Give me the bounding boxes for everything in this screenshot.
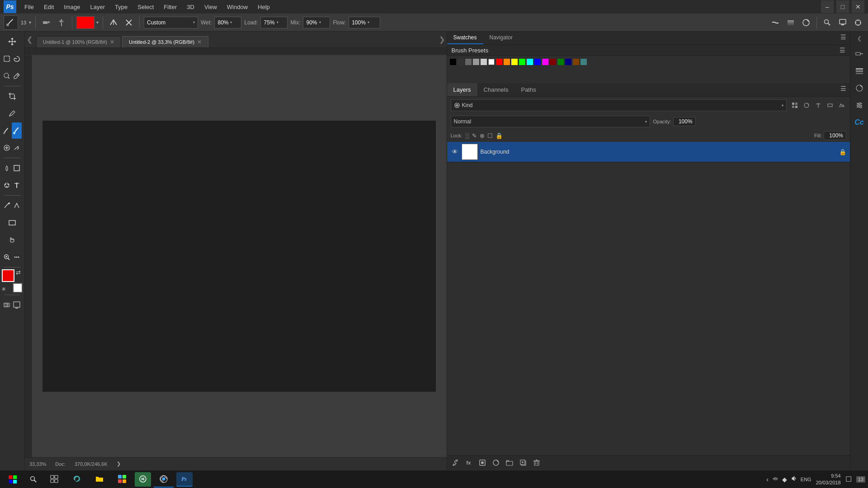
tab-navigator[interactable]: Navigator: [483, 32, 519, 44]
brush-dropdown-arrow[interactable]: ▾: [29, 20, 31, 25]
swatch-gray[interactable]: [465, 59, 472, 65]
swatch-green[interactable]: [519, 59, 525, 65]
pencil-tool[interactable]: [4, 105, 20, 122]
swatch-navy[interactable]: [565, 59, 571, 65]
swatch-dark[interactable]: [458, 59, 464, 65]
quick-select-tool[interactable]: [2, 68, 12, 84]
lock-pixels-icon[interactable]: ░: [465, 132, 469, 139]
adjustments-panel-icon[interactable]: [853, 81, 866, 95]
spot-healing-tool[interactable]: [2, 140, 12, 156]
screen-mode-button[interactable]: [12, 297, 22, 313]
brush-icon[interactable]: [4, 15, 18, 30]
swatches-content[interactable]: [447, 56, 850, 83]
canvas-container[interactable]: [32, 55, 447, 457]
taskbar-app-edge[interactable]: [67, 471, 87, 488]
properties-panel-icon[interactable]: [853, 99, 866, 112]
taskbar-app-chrome[interactable]: [154, 471, 174, 488]
new-group-button[interactable]: [504, 457, 515, 468]
swap-colors-button[interactable]: ⇄: [16, 269, 21, 276]
layer-visibility-icon[interactable]: 👁: [451, 148, 459, 155]
tray-badge[interactable]: 13: [856, 476, 865, 483]
rectangle-tool[interactable]: [4, 215, 20, 231]
tab-2-close[interactable]: ✕: [197, 39, 202, 45]
pixel-filter-icon[interactable]: [790, 101, 799, 110]
move-tool[interactable]: [4, 33, 20, 50]
tray-time[interactable]: 9:54 20/03/2018: [816, 473, 841, 486]
tab-layers[interactable]: Layers: [447, 83, 477, 96]
panels-collapse-arrow[interactable]: ❮: [855, 33, 863, 43]
tab-1-close[interactable]: ✕: [110, 39, 114, 45]
path-selection-tool[interactable]: [12, 197, 22, 214]
lock-artboard-icon[interactable]: ☐: [487, 132, 493, 139]
mixer-brush-tool[interactable]: [12, 122, 22, 139]
add-fx-button[interactable]: fx: [463, 457, 474, 468]
layers-menu[interactable]: ☰: [837, 83, 850, 96]
lock-all-icon[interactable]: 🔒: [495, 132, 503, 139]
smudge-tool[interactable]: [12, 140, 22, 156]
workspace-button[interactable]: [836, 16, 849, 29]
new-layer-button[interactable]: [518, 457, 528, 468]
left-panel-collapse[interactable]: ❮: [25, 33, 34, 46]
taskbar-app-store[interactable]: [112, 471, 132, 488]
opacity-value[interactable]: 100%: [673, 117, 696, 126]
swatch-blue[interactable]: [534, 59, 541, 65]
kind-dropdown[interactable]: Kind ▾: [451, 99, 787, 111]
tray-lang[interactable]: ENG: [801, 477, 811, 482]
swatch-maroon[interactable]: [550, 59, 556, 65]
swatch-white[interactable]: [488, 59, 495, 65]
cc-icon[interactable]: Cc: [853, 116, 866, 129]
tray-dropbox-icon[interactable]: ◆: [782, 476, 787, 483]
load-brush-button[interactable]: [107, 16, 120, 29]
right-panel-collapse[interactable]: ❯: [437, 33, 447, 46]
layers-tool-button[interactable]: [784, 16, 797, 29]
layers-panel-icon[interactable]: [853, 64, 866, 78]
menu-layer[interactable]: Layer: [86, 2, 110, 12]
start-button[interactable]: [3, 472, 23, 487]
menu-help[interactable]: Help: [253, 2, 274, 12]
swatch-cyan[interactable]: [527, 59, 533, 65]
menu-3d[interactable]: 3D: [182, 2, 199, 12]
color-dropdown-arrow[interactable]: ▾: [96, 20, 99, 25]
swatch-teal[interactable]: [580, 59, 587, 65]
menu-image[interactable]: Image: [59, 2, 85, 12]
pen-tool[interactable]: [2, 197, 12, 214]
background-color[interactable]: [13, 283, 23, 293]
crop-tool[interactable]: [4, 88, 20, 104]
tab-untitled-1[interactable]: Untitled-1 @ 100% (RGB/8#) ✕: [36, 36, 121, 47]
adjustment-button[interactable]: [800, 16, 812, 29]
flow-dropdown[interactable]: 100% ▾: [349, 17, 380, 28]
shape-filter-icon[interactable]: [826, 101, 835, 110]
erase-to-history-button[interactable]: [123, 16, 135, 29]
tray-chevron[interactable]: ‹: [766, 476, 769, 483]
delete-layer-button[interactable]: [531, 457, 542, 468]
tray-notification[interactable]: ☐: [845, 475, 852, 483]
settings-button[interactable]: [852, 16, 864, 29]
swatch-orange[interactable]: [504, 59, 510, 65]
layer-lock-icon[interactable]: 🔒: [839, 149, 846, 155]
menu-type[interactable]: Type: [110, 2, 132, 12]
foreground-color-swatch[interactable]: [76, 16, 94, 29]
swatch-silver[interactable]: [481, 59, 487, 65]
menu-filter[interactable]: Filter: [159, 2, 181, 12]
symmetry-button[interactable]: [55, 16, 68, 29]
taskbar-search-button[interactable]: [26, 472, 41, 487]
zoom-tool[interactable]: [2, 249, 12, 265]
tab-untitled-2[interactable]: Untitled-2 @ 33,3% (RGB/8#) ✕: [122, 36, 208, 47]
hand-tool[interactable]: [4, 232, 20, 248]
eyedropper-tool[interactable]: [12, 68, 22, 84]
smooth-tool-button[interactable]: [769, 16, 782, 29]
lock-move-icon[interactable]: ⊕: [480, 132, 485, 139]
quick-mask-button[interactable]: [2, 297, 12, 313]
taskbar-app-quickbooks[interactable]: [135, 472, 151, 487]
menu-view[interactable]: View: [200, 2, 222, 12]
rectangular-marquee-tool[interactable]: [2, 51, 12, 67]
reset-colors-button[interactable]: ▣: [2, 286, 6, 291]
tray-volume-icon[interactable]: [791, 475, 797, 483]
load-dropdown[interactable]: 75% ▾: [260, 17, 288, 28]
swatch-black[interactable]: [450, 59, 456, 65]
menu-select[interactable]: Select: [133, 2, 158, 12]
tab-swatches[interactable]: Swatches: [447, 32, 483, 44]
swatch-dkgreen[interactable]: [557, 59, 564, 65]
fill-value[interactable]: 100%: [824, 131, 846, 140]
status-arrow[interactable]: ❯: [117, 461, 121, 467]
